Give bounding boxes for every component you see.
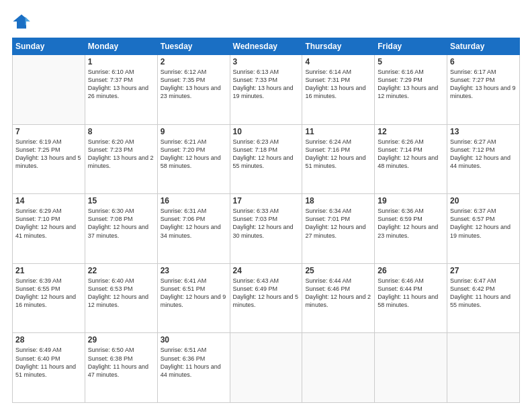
weekday-header-monday: Monday — [85, 38, 157, 55]
day-cell: 8Sunrise: 6:20 AM Sunset: 7:23 PM Daylig… — [85, 124, 157, 194]
day-number: 21 — [15, 266, 82, 275]
day-info: Sunrise: 6:21 AM Sunset: 7:20 PM Dayligh… — [161, 138, 227, 171]
weekday-header-thursday: Thursday — [302, 38, 375, 55]
day-number: 24 — [233, 266, 300, 275]
day-cell: 29Sunrise: 6:50 AM Sunset: 6:38 PM Dayli… — [85, 333, 157, 403]
day-number: 6 — [450, 57, 517, 66]
day-info: Sunrise: 6:36 AM Sunset: 6:59 PM Dayligh… — [378, 207, 444, 240]
week-row-2: 7Sunrise: 6:19 AM Sunset: 7:25 PM Daylig… — [13, 124, 520, 194]
day-cell: 2Sunrise: 6:12 AM Sunset: 7:35 PM Daylig… — [157, 55, 230, 125]
day-info: Sunrise: 6:33 AM Sunset: 7:03 PM Dayligh… — [233, 207, 300, 240]
day-info: Sunrise: 6:27 AM Sunset: 7:12 PM Dayligh… — [450, 138, 517, 171]
day-cell: 27Sunrise: 6:47 AM Sunset: 6:42 PM Dayli… — [447, 263, 520, 333]
day-info: Sunrise: 6:40 AM Sunset: 6:53 PM Dayligh… — [88, 277, 154, 310]
day-info: Sunrise: 6:31 AM Sunset: 7:06 PM Dayligh… — [161, 207, 227, 240]
day-cell: 14Sunrise: 6:29 AM Sunset: 7:10 PM Dayli… — [13, 194, 85, 264]
weekday-header-row: SundayMondayTuesdayWednesdayThursdayFrid… — [13, 38, 520, 55]
day-cell: 19Sunrise: 6:36 AM Sunset: 6:59 PM Dayli… — [375, 194, 447, 264]
day-cell: 10Sunrise: 6:23 AM Sunset: 7:18 PM Dayli… — [230, 124, 302, 194]
day-cell: 7Sunrise: 6:19 AM Sunset: 7:25 PM Daylig… — [13, 124, 85, 194]
day-cell: 21Sunrise: 6:39 AM Sunset: 6:55 PM Dayli… — [13, 263, 85, 333]
day-info: Sunrise: 6:16 AM Sunset: 7:29 PM Dayligh… — [378, 68, 444, 101]
day-info: Sunrise: 6:26 AM Sunset: 7:14 PM Dayligh… — [378, 138, 444, 171]
day-number: 7 — [15, 127, 82, 136]
day-info: Sunrise: 6:37 AM Sunset: 6:57 PM Dayligh… — [450, 207, 517, 240]
day-number: 11 — [305, 127, 371, 136]
day-cell: 16Sunrise: 6:31 AM Sunset: 7:06 PM Dayli… — [157, 194, 230, 264]
day-cell: 18Sunrise: 6:34 AM Sunset: 7:01 PM Dayli… — [302, 194, 375, 264]
day-number: 16 — [161, 196, 227, 205]
day-cell: 20Sunrise: 6:37 AM Sunset: 6:57 PM Dayli… — [447, 194, 520, 264]
day-info: Sunrise: 6:10 AM Sunset: 7:37 PM Dayligh… — [88, 68, 154, 101]
day-cell: 26Sunrise: 6:46 AM Sunset: 6:44 PM Dayli… — [375, 263, 447, 333]
day-info: Sunrise: 6:41 AM Sunset: 6:51 PM Dayligh… — [161, 277, 227, 310]
day-info: Sunrise: 6:24 AM Sunset: 7:16 PM Dayligh… — [305, 138, 371, 171]
day-cell: 11Sunrise: 6:24 AM Sunset: 7:16 PM Dayli… — [302, 124, 375, 194]
day-number: 10 — [233, 127, 300, 136]
day-info: Sunrise: 6:13 AM Sunset: 7:33 PM Dayligh… — [233, 68, 300, 101]
day-number: 17 — [233, 196, 300, 205]
day-number: 25 — [305, 266, 371, 275]
day-info: Sunrise: 6:39 AM Sunset: 6:55 PM Dayligh… — [15, 277, 82, 310]
day-number: 14 — [15, 196, 82, 205]
calendar-table: SundayMondayTuesdayWednesdayThursdayFrid… — [12, 38, 520, 403]
day-cell: 5Sunrise: 6:16 AM Sunset: 7:29 PM Daylig… — [375, 55, 447, 125]
day-info: Sunrise: 6:47 AM Sunset: 6:42 PM Dayligh… — [450, 277, 517, 310]
day-info: Sunrise: 6:44 AM Sunset: 6:46 PM Dayligh… — [305, 277, 371, 310]
day-cell: 4Sunrise: 6:14 AM Sunset: 7:31 PM Daylig… — [302, 55, 375, 125]
day-cell — [230, 333, 302, 403]
day-number: 1 — [88, 57, 154, 66]
day-info: Sunrise: 6:49 AM Sunset: 6:40 PM Dayligh… — [15, 346, 82, 379]
weekday-header-friday: Friday — [375, 38, 447, 55]
day-number: 2 — [161, 57, 227, 66]
weekday-header-sunday: Sunday — [13, 38, 85, 55]
day-number: 20 — [450, 196, 517, 205]
day-number: 13 — [450, 127, 517, 136]
day-cell: 6Sunrise: 6:17 AM Sunset: 7:27 PM Daylig… — [447, 55, 520, 125]
header — [12, 12, 520, 31]
day-info: Sunrise: 6:12 AM Sunset: 7:35 PM Dayligh… — [161, 68, 227, 101]
day-cell: 22Sunrise: 6:40 AM Sunset: 6:53 PM Dayli… — [85, 263, 157, 333]
day-cell: 23Sunrise: 6:41 AM Sunset: 6:51 PM Dayli… — [157, 263, 230, 333]
day-number: 8 — [88, 127, 154, 136]
day-number: 28 — [15, 335, 82, 345]
day-cell: 17Sunrise: 6:33 AM Sunset: 7:03 PM Dayli… — [230, 194, 302, 264]
svg-marker-1 — [26, 17, 30, 26]
day-cell: 28Sunrise: 6:49 AM Sunset: 6:40 PM Dayli… — [13, 333, 85, 403]
day-info: Sunrise: 6:43 AM Sunset: 6:49 PM Dayligh… — [233, 277, 300, 310]
day-cell — [447, 333, 520, 403]
week-row-1: 1Sunrise: 6:10 AM Sunset: 7:37 PM Daylig… — [13, 55, 520, 125]
day-info: Sunrise: 6:51 AM Sunset: 6:36 PM Dayligh… — [161, 346, 227, 379]
day-number: 27 — [450, 266, 517, 275]
day-info: Sunrise: 6:23 AM Sunset: 7:18 PM Dayligh… — [233, 138, 300, 171]
day-number: 12 — [378, 127, 444, 136]
day-cell — [13, 55, 85, 125]
day-number: 15 — [88, 196, 154, 205]
day-number: 23 — [161, 266, 227, 275]
day-number: 3 — [233, 57, 300, 66]
day-info: Sunrise: 6:29 AM Sunset: 7:10 PM Dayligh… — [15, 207, 82, 240]
day-cell — [375, 333, 447, 403]
week-row-5: 28Sunrise: 6:49 AM Sunset: 6:40 PM Dayli… — [13, 333, 520, 403]
day-cell: 15Sunrise: 6:30 AM Sunset: 7:08 PM Dayli… — [85, 194, 157, 264]
day-info: Sunrise: 6:46 AM Sunset: 6:44 PM Dayligh… — [378, 277, 444, 310]
weekday-header-saturday: Saturday — [447, 38, 520, 55]
day-number: 30 — [161, 335, 227, 345]
day-number: 9 — [161, 127, 227, 136]
day-number: 26 — [378, 266, 444, 275]
weekday-header-wednesday: Wednesday — [230, 38, 302, 55]
day-cell: 12Sunrise: 6:26 AM Sunset: 7:14 PM Dayli… — [375, 124, 447, 194]
day-cell: 25Sunrise: 6:44 AM Sunset: 6:46 PM Dayli… — [302, 263, 375, 333]
page: SundayMondayTuesdayWednesdayThursdayFrid… — [0, 0, 532, 411]
day-cell — [302, 333, 375, 403]
day-info: Sunrise: 6:50 AM Sunset: 6:38 PM Dayligh… — [88, 346, 154, 379]
day-info: Sunrise: 6:30 AM Sunset: 7:08 PM Dayligh… — [88, 207, 154, 240]
day-info: Sunrise: 6:19 AM Sunset: 7:25 PM Dayligh… — [15, 138, 82, 171]
day-number: 5 — [378, 57, 444, 66]
day-cell: 30Sunrise: 6:51 AM Sunset: 6:36 PM Dayli… — [157, 333, 230, 403]
logo — [12, 12, 33, 31]
week-row-4: 21Sunrise: 6:39 AM Sunset: 6:55 PM Dayli… — [13, 263, 520, 333]
day-number: 4 — [305, 57, 371, 66]
day-info: Sunrise: 6:20 AM Sunset: 7:23 PM Dayligh… — [88, 138, 154, 171]
day-number: 18 — [305, 196, 371, 205]
